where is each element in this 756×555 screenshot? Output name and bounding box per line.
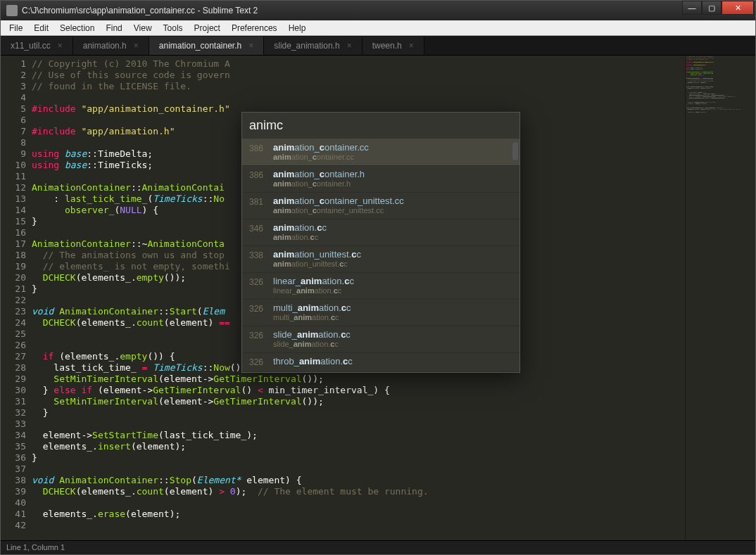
line-number: 17	[1, 238, 26, 250]
goto-anything-popup: 386animation_container.ccanimation_conta…	[241, 112, 520, 373]
line-number: 1	[1, 58, 26, 70]
tab-animation-h[interactable]: animation.h×	[73, 37, 149, 55]
line-number: 40	[1, 497, 26, 509]
goto-result-item[interactable]: 326linear_animation.cclinear_animation.c…	[242, 273, 519, 300]
tab-tween-h[interactable]: tween.h×	[363, 37, 424, 55]
tab-label: animation.h	[83, 41, 127, 51]
goto-result-item[interactable]: 326multi_animation.ccmulti_animation.cc	[242, 300, 519, 326]
status-position: Line 1, Column 1	[6, 543, 65, 551]
tab-close-icon[interactable]: ×	[347, 41, 352, 51]
titlebar[interactable]: C:\J\chromium\src\app\animation_containe…	[1, 1, 755, 20]
line-number: 20	[1, 272, 26, 283]
goto-results: 386animation_container.ccanimation_conta…	[242, 139, 519, 372]
goto-result-score: 326	[249, 276, 273, 287]
menu-find[interactable]: Find	[100, 21, 127, 35]
menu-edit[interactable]: Edit	[28, 21, 54, 35]
code-line[interactable]	[32, 520, 685, 531]
tab-animation-container-h[interactable]: animation_container.h×	[149, 37, 264, 55]
line-number: 31	[1, 396, 26, 407]
menu-project[interactable]: Project	[189, 21, 226, 35]
popup-scrollbar[interactable]	[512, 142, 518, 160]
minimize-button[interactable]: —	[682, 1, 702, 15]
menu-preferences[interactable]: Preferences	[226, 21, 283, 35]
line-number: 29	[1, 374, 26, 385]
code-line[interactable]: SetMinTimerInterval(element->GetTimerInt…	[32, 396, 685, 407]
goto-result-item[interactable]: 338animation_unittest.ccanimation_unitte…	[242, 246, 519, 273]
code-line[interactable]: // Use of this source code is govern	[32, 70, 685, 81]
goto-result-score: 386	[249, 142, 273, 153]
goto-result-score: 326	[249, 329, 273, 340]
line-gutter: 1234567891011121314151617181920212223242…	[1, 56, 32, 540]
goto-result-path: animation_container.cc	[273, 153, 512, 161]
code-line[interactable]: // found in the LICENSE file.	[32, 81, 685, 92]
app-icon	[6, 5, 18, 16]
line-number: 15	[1, 216, 26, 227]
line-number: 2	[1, 70, 26, 81]
maximize-button[interactable]: ▢	[702, 1, 722, 15]
goto-result-title: animation.cc	[273, 222, 512, 233]
code-line[interactable]	[32, 497, 685, 509]
tab-label: tween.h	[372, 41, 402, 51]
code-line[interactable]	[32, 419, 685, 430]
line-number: 6	[1, 115, 26, 126]
goto-result-item[interactable]: 386animation_container.ccanimation_conta…	[242, 139, 519, 166]
close-button[interactable]: ✕	[722, 1, 754, 15]
line-number: 27	[1, 351, 26, 362]
window-controls: — ▢ ✕	[682, 1, 754, 15]
goto-result-item[interactable]: 381animation_container_unittest.ccanimat…	[242, 193, 519, 219]
goto-result-title: multi_animation.cc	[273, 302, 512, 313]
tab-close-icon[interactable]: ×	[58, 41, 63, 51]
code-line[interactable]: } else if (element->GetTimerInterval() <…	[32, 385, 685, 396]
code-line[interactable]: element->SetStartTime(last_tick_time_);	[32, 430, 685, 441]
line-number: 35	[1, 441, 26, 452]
line-number: 14	[1, 205, 26, 216]
code-line[interactable]: elements_.insert(element);	[32, 441, 685, 452]
line-number: 34	[1, 430, 26, 441]
goto-result-path: animation_container_unittest.cc	[273, 206, 512, 215]
tab-label: x11_util.cc	[11, 41, 51, 51]
code-line[interactable]: elements_.erase(element);	[32, 509, 685, 520]
goto-result-title: slide_animation.cc	[273, 329, 512, 340]
goto-result-title: animation_container.cc	[273, 142, 512, 153]
goto-result-path: multi_animation.cc	[273, 313, 512, 321]
menu-selection[interactable]: Selection	[54, 21, 100, 35]
line-number: 33	[1, 419, 26, 430]
code-line[interactable]: DCHECK(elements_.count(element) > 0); //…	[32, 486, 685, 497]
tab-label: animation_container.h	[159, 41, 241, 51]
goto-result-score: 346	[249, 222, 273, 234]
goto-result-path: animation.cc	[273, 233, 512, 241]
goto-result-item[interactable]: 326slide_animation.ccslide_animation.cc	[242, 326, 519, 353]
menu-tools[interactable]: Tools	[158, 21, 189, 35]
goto-result-path: linear_animation.cc	[273, 286, 512, 295]
tab-slide-animation-h[interactable]: slide_animation.h×	[264, 37, 362, 55]
tab-close-icon[interactable]: ×	[409, 41, 414, 51]
tab-close-icon[interactable]: ×	[134, 41, 139, 51]
statusbar: Line 1, Column 1	[1, 540, 755, 554]
line-number: 21	[1, 283, 26, 295]
code-line[interactable]: }	[32, 407, 685, 419]
window-title: C:\J\chromium\src\app\animation_containe…	[22, 6, 258, 15]
goto-result-item[interactable]: 326throb_animation.cc	[242, 353, 519, 372]
goto-result-item[interactable]: 386animation_container.hanimation_contai…	[242, 166, 519, 193]
line-number: 30	[1, 385, 26, 396]
code-line[interactable]: // Copyright (c) 2010 The Chromium A	[32, 58, 685, 70]
tab-x11-util-cc[interactable]: x11_util.cc×	[1, 37, 73, 55]
code-line[interactable]	[32, 464, 685, 475]
line-number: 26	[1, 340, 26, 351]
goto-result-item[interactable]: 346animation.ccanimation.cc	[242, 219, 519, 246]
line-number: 42	[1, 520, 26, 531]
minimap[interactable]: // Copyright (c) 2010 The Chromium A// U…	[685, 56, 755, 540]
code-line[interactable]: }	[32, 452, 685, 464]
code-line[interactable]: SetMinTimerInterval(element->GetTimerInt…	[32, 374, 685, 385]
goto-input[interactable]	[249, 118, 512, 133]
menu-help[interactable]: Help	[283, 21, 312, 35]
tab-label: slide_animation.h	[274, 41, 339, 51]
menu-view[interactable]: View	[128, 21, 158, 35]
goto-result-score: 326	[249, 356, 273, 367]
line-number: 37	[1, 464, 26, 475]
tab-close-icon[interactable]: ×	[248, 41, 253, 51]
code-line[interactable]: void AnimationContainer::Stop(Element* e…	[32, 475, 685, 486]
code-line[interactable]	[32, 92, 685, 103]
menu-file[interactable]: File	[4, 21, 28, 35]
line-number: 23	[1, 306, 26, 317]
